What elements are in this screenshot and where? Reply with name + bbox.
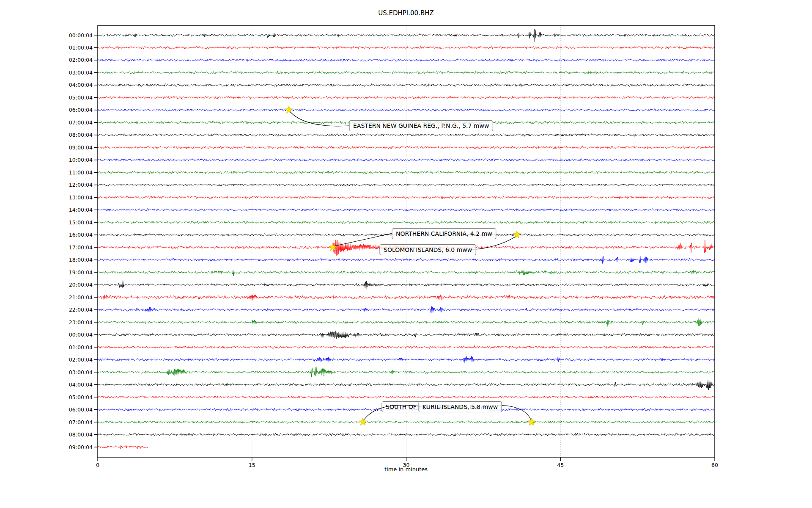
x-tick-label: 15 — [249, 462, 255, 468]
trace-row-24 — [98, 331, 715, 339]
event-star-0 — [285, 106, 293, 113]
trace-row-22 — [98, 306, 715, 313]
y-tick-label: 09:00:04 — [69, 144, 93, 151]
y-tick-label: 08:00:04 — [69, 132, 93, 138]
x-axis-label: time in minutes — [384, 466, 428, 472]
y-tick-label: 14:00:04 — [69, 207, 93, 213]
y-tick-label: 12:00:04 — [69, 182, 93, 188]
event-label-text: SOLOMON ISLANDS, 6.0 mww — [384, 246, 472, 253]
y-tick-label: 04:00:04 — [69, 82, 93, 88]
trace-row-28 — [98, 380, 715, 390]
y-tick-label: 04:00:04 — [69, 381, 93, 388]
y-tick-label: 02:00:04 — [69, 356, 93, 363]
y-tick-label: 17:00:04 — [69, 244, 93, 251]
y-tick-label: 16:00:04 — [69, 232, 93, 238]
event-label-kuril: KURIL ISLANDS, 5.8 mww — [419, 402, 502, 412]
y-tick-label: 00:00:04 — [69, 331, 93, 338]
event-label-new-guinea: EASTERN NEW GUINEA REG., P.N.G., 5.7 mww — [349, 121, 493, 131]
trace-row-33 — [98, 445, 148, 449]
y-tick-label: 23:00:04 — [69, 319, 93, 326]
event-star-3 — [359, 418, 367, 425]
event-arrow-0 — [290, 112, 349, 126]
y-tick-label: 01:00:04 — [69, 44, 93, 51]
trace-row-21 — [98, 295, 715, 301]
trace-row-15 — [98, 221, 715, 224]
y-tick-label: 00:00:04 — [69, 32, 93, 39]
event-label-text: NORTHERN CALIFORNIA, 4.2 mw — [396, 230, 492, 237]
y-tick-label: 20:00:04 — [69, 282, 93, 288]
event-label-text: EASTERN NEW GUINEA REG., P.N.G., 5.7 mww — [353, 122, 489, 129]
trace-row-10 — [98, 159, 715, 162]
plot-border — [98, 25, 715, 457]
y-tick-label: 03:00:04 — [69, 369, 93, 375]
seismogram-svg: US.EDHPI.00.BHZ SOUTH OF FIJI ISLANDS, 5… — [0, 0, 812, 508]
y-tick-label: 07:00:04 — [69, 119, 93, 126]
y-tick-label: 02:00:04 — [69, 57, 93, 63]
x-tick-label: 45 — [557, 462, 564, 468]
event-star-4 — [528, 418, 535, 425]
event-label-text: KURIL ISLANDS, 5.8 mww — [422, 403, 498, 410]
event-label-solomon: SOLOMON ISLANDS, 6.0 mww — [380, 245, 476, 255]
trace-row-3 — [98, 71, 715, 74]
trace-row-8 — [98, 134, 715, 137]
event-arrows — [290, 112, 531, 420]
y-tick-label: 18:00:04 — [69, 257, 93, 263]
y-tick-label: 07:00:04 — [69, 419, 93, 425]
event-star-markers — [285, 106, 535, 425]
y-tick-label: 15:00:04 — [69, 219, 93, 226]
y-tick-label: 13:00:04 — [69, 194, 93, 201]
trace-row-31 — [98, 421, 715, 424]
event-star-1 — [513, 231, 521, 238]
y-tick-label: 09:00:04 — [69, 444, 93, 450]
y-tick-label: 05:00:04 — [69, 94, 93, 101]
y-tick-label: 01:00:04 — [69, 344, 93, 351]
x-tick-label: 0 — [96, 462, 99, 468]
y-tick-label: 05:00:04 — [69, 394, 93, 400]
x-tick-label: 60 — [711, 462, 718, 468]
y-tick-label: 10:00:04 — [69, 157, 93, 163]
y-tick-label: 22:00:04 — [69, 306, 93, 313]
y-tick-label: 19:00:04 — [69, 269, 93, 276]
y-tick-label: 03:00:04 — [69, 69, 93, 76]
y-tick-label: 06:00:04 — [69, 406, 93, 413]
y-tick-label: 11:00:04 — [69, 169, 93, 176]
event-arrow-4 — [497, 405, 531, 420]
seismogram-figure: US.EDHPI.00.BHZ SOUTH OF FIJI ISLANDS, 5… — [0, 0, 812, 508]
trace-row-1 — [98, 46, 715, 49]
trace-row-29 — [98, 396, 715, 399]
y-tick-label: 06:00:04 — [69, 107, 93, 113]
gridlines — [252, 25, 561, 457]
y-tick-label: 21:00:04 — [69, 294, 93, 301]
event-labels-front: EASTERN NEW GUINEA REG., P.N.G., 5.7 mww… — [349, 121, 502, 412]
chart-title: US.EDHPI.00.BHZ — [378, 9, 434, 17]
y-tick-label: 08:00:04 — [69, 431, 93, 438]
event-label-norcal: NORTHERN CALIFORNIA, 4.2 mw — [392, 229, 496, 239]
